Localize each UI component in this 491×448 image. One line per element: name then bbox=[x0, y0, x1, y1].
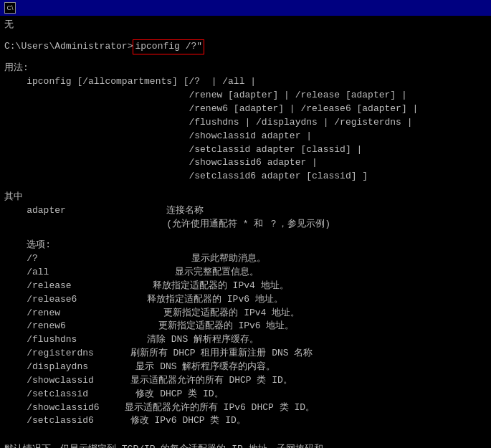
option-name: /? bbox=[4, 252, 119, 266]
option-name: /release bbox=[4, 280, 119, 293]
option-desc: 释放指定适配器的 IPv6 地址。 bbox=[119, 293, 283, 307]
terminal-line: /setclassid adapter [classid] | bbox=[4, 143, 487, 157]
option-desc: 更新指定适配器的 IPv6 地址。 bbox=[119, 320, 294, 333]
option-name: /showclassid6 bbox=[4, 401, 119, 415]
prompt-line: C:\Users\Administrator>ipconfig /?" bbox=[4, 39, 487, 54]
option-desc: 显示此帮助消息。 bbox=[119, 252, 266, 266]
option-name: /renew bbox=[4, 307, 119, 320]
terminal-line: /renew6 [adapter] | /release6 [adapter] … bbox=[4, 103, 487, 116]
blank-line bbox=[4, 436, 487, 443]
option-desc: 显示适配器允许的所有 DHCP 类 ID。 bbox=[119, 374, 292, 388]
option-row: /renew6 更新指定适配器的 IPv6 地址。 bbox=[4, 320, 487, 333]
option-desc: 刷新所有 DHCP 租用并重新注册 DNS 名称 bbox=[119, 347, 313, 361]
option-name: /setclassid bbox=[4, 388, 119, 401]
option-row: /all 显示完整配置信息。 bbox=[4, 266, 487, 280]
option-desc: 修改 IPv6 DHCP 类 ID。 bbox=[119, 414, 246, 428]
terminal-line: (允许使用通配符 * 和 ？，参见示例) bbox=[4, 218, 487, 232]
option-row: /release 释放指定适配器的 IPv4 地址。 bbox=[4, 280, 487, 293]
blank-line bbox=[4, 428, 487, 435]
option-row: /? 显示此帮助消息。 bbox=[4, 252, 487, 266]
terminal-line: /showclassid adapter | bbox=[4, 130, 487, 143]
option-row: /showclassid 显示适配器允许的所有 DHCP 类 ID。 bbox=[4, 374, 487, 388]
option-row: /showclassid6 显示适配器允许的所有 IPv6 DHCP 类 ID。 bbox=[4, 401, 487, 415]
option-row: /registerdns 刷新所有 DHCP 租用并重新注册 DNS 名称 bbox=[4, 347, 487, 361]
option-name: /release6 bbox=[4, 293, 119, 307]
title-icon: C\ bbox=[4, 2, 16, 14]
blank-line bbox=[4, 32, 487, 39]
option-desc: 修改 DHCP 类 ID。 bbox=[119, 388, 224, 401]
blank-line bbox=[4, 54, 487, 62]
option-name: /registerdns bbox=[4, 347, 119, 361]
option-desc: 显示 DNS 解析程序缓存的内容。 bbox=[119, 361, 275, 374]
option-row: /displaydns 显示 DNS 解析程序缓存的内容。 bbox=[4, 361, 487, 374]
terminal-line: 其中 bbox=[4, 191, 487, 204]
terminal-line: 选项: bbox=[4, 239, 487, 252]
terminal-line: /flushdns | /displaydns | /registerdns | bbox=[4, 116, 487, 130]
terminal-line: /setclassid6 adapter [classid] ] bbox=[4, 170, 487, 184]
terminal-line: ipconfig [/allcompartments] [/? | /all | bbox=[4, 75, 487, 89]
option-name: /all bbox=[4, 266, 119, 280]
option-name: /displaydns bbox=[4, 361, 119, 374]
terminal-line: adapter 连接名称 bbox=[4, 204, 487, 218]
option-name: /flushdns bbox=[4, 333, 119, 347]
option-name: /showclassid bbox=[4, 374, 119, 388]
option-row: /flushdns 清除 DNS 解析程序缓存。 bbox=[4, 333, 487, 347]
option-desc: 显示完整配置信息。 bbox=[119, 266, 259, 280]
blank-line bbox=[4, 232, 487, 239]
prompt-text: C:\Users\Administrator> bbox=[4, 40, 133, 54]
option-row: /setclassid6 修改 IPv6 DHCP 类 ID。 bbox=[4, 414, 487, 428]
option-desc: 更新指定适配器的 IPv4 地址。 bbox=[119, 307, 300, 320]
option-desc: 清除 DNS 解析程序缓存。 bbox=[119, 333, 259, 347]
option-row: /setclassid 修改 DHCP 类 ID。 bbox=[4, 388, 487, 401]
blank-line bbox=[4, 184, 487, 191]
command-box: ipconfig /?" bbox=[133, 39, 204, 54]
option-name: /renew6 bbox=[4, 320, 119, 333]
terminal-line: /showclassid6 adapter | bbox=[4, 156, 487, 170]
title-bar: C\ bbox=[0, 0, 491, 16]
terminal-line: /renew [adapter] | /release [adapter] | bbox=[4, 89, 487, 103]
terminal-line: 用法: bbox=[4, 62, 487, 75]
terminal-line: 无 bbox=[4, 19, 487, 32]
option-name: /setclassid6 bbox=[4, 414, 119, 428]
terminal-line: 默认情况下，仅显示绑定到 TCP/IP 的每个适配器的 IP 地址、子网掩码和 bbox=[4, 443, 487, 448]
option-desc: 显示适配器允许的所有 IPv6 DHCP 类 ID。 bbox=[119, 401, 315, 415]
terminal: 无 C:\Users\Administrator>ipconfig /?" 用法… bbox=[0, 16, 491, 448]
option-row: /release6 释放指定适配器的 IPv6 地址。 bbox=[4, 293, 487, 307]
option-desc: 释放指定适配器的 IPv4 地址。 bbox=[119, 280, 289, 293]
option-row: /renew 更新指定适配器的 IPv4 地址。 bbox=[4, 307, 487, 320]
